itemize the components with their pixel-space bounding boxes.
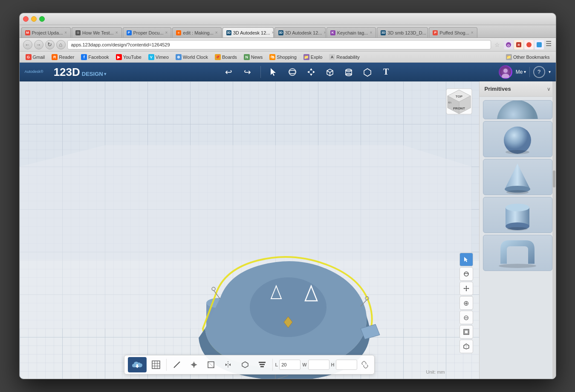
bookmark-readability[interactable]: A Readability: [327, 53, 362, 61]
tab-autodesk1-close[interactable]: ×: [272, 30, 274, 35]
view-cube[interactable]: TOP FRONT 4n: [444, 86, 474, 116]
redo-button[interactable]: ↪: [240, 64, 255, 80]
grid-toggle-button[interactable]: [148, 357, 163, 372]
tab-puffed[interactable]: P Puffed Shog... ×: [429, 27, 477, 37]
tab-puffed-close[interactable]: ×: [471, 30, 474, 35]
text-tool-button[interactable]: T: [379, 64, 394, 80]
user-menu[interactable]: Me ▾: [516, 69, 526, 75]
transform-button[interactable]: [186, 357, 201, 372]
logo-main: 123D: [54, 66, 80, 78]
tab-howwetest[interactable]: ① How We Test... ×: [72, 27, 121, 37]
snap-button[interactable]: [237, 357, 252, 372]
w-input[interactable]: [308, 360, 329, 370]
zoom-out-button[interactable]: ⊖: [459, 311, 473, 324]
h-input[interactable]: [336, 360, 357, 370]
bookmark-youtube-label: YouTube: [123, 55, 142, 60]
primitive-cone[interactable]: [483, 159, 552, 195]
extension-icon-3[interactable]: [524, 40, 534, 49]
scrollbar-thumb[interactable]: [553, 170, 555, 187]
align-button[interactable]: [254, 357, 269, 372]
polygon-primitive-button[interactable]: [360, 64, 375, 80]
undo-button[interactable]: ↩: [221, 64, 237, 80]
svg-marker-70: [225, 363, 227, 366]
maximize-button[interactable]: [39, 16, 45, 22]
primitive-sphere[interactable]: [483, 121, 552, 157]
bookmark-reader[interactable]: R Reader: [49, 53, 77, 61]
tab-autodesk2-close[interactable]: ×: [324, 30, 326, 35]
l-input[interactable]: [279, 360, 301, 370]
tab-properdoc-close[interactable]: ×: [165, 30, 168, 35]
svg-line-63: [173, 362, 179, 368]
link-dimensions-button[interactable]: [359, 359, 371, 371]
help-dropdown-arrow[interactable]: ▾: [549, 69, 551, 74]
forward-button[interactable]: →: [34, 40, 43, 49]
orbit-view-button[interactable]: [459, 267, 473, 281]
user-avatar[interactable]: [499, 65, 512, 79]
tab-howwetest-close[interactable]: ×: [116, 30, 118, 35]
tab-smb123d[interactable]: 3D 3D smb 123D_D... ×: [377, 27, 428, 37]
tab-editmaking-close[interactable]: ×: [215, 30, 218, 35]
mirror-button[interactable]: [220, 357, 235, 372]
bookmark-gmail[interactable]: G Gmail: [23, 53, 48, 61]
bookmark-shopping-label: Shopping: [277, 55, 297, 60]
back-button[interactable]: ←: [23, 40, 32, 49]
box-primitive-button[interactable]: [322, 64, 338, 80]
address-bar[interactable]: apps.123dapp.com/design/?contentid=12645…: [67, 40, 491, 49]
home-button[interactable]: ⌂: [56, 40, 66, 49]
tab-keychain-close[interactable]: ×: [370, 30, 372, 35]
tab-puffed-label: Puffed Shog...: [439, 30, 469, 35]
extension-icon-4[interactable]: [535, 40, 544, 49]
tab-gmail[interactable]: M Project Upda... ×: [21, 27, 71, 37]
canvas-area[interactable]: TOP FRONT 4n: [20, 81, 479, 379]
zoom-in-button[interactable]: ⊕: [459, 296, 473, 310]
tab-editmaking[interactable]: e edit : Making... ×: [172, 27, 221, 37]
bookmark-vimeo[interactable]: V Vimeo: [146, 53, 171, 61]
cylinder-primitive-button[interactable]: [341, 64, 356, 80]
tab-autodesk1[interactable]: 3D 3D Autodesk 12... ×: [222, 27, 274, 37]
browser-window: M Project Upda... × ① How We Test... × P…: [19, 13, 556, 379]
pan-view-button[interactable]: [459, 282, 473, 295]
select-view-button[interactable]: [459, 253, 473, 266]
primitive-partial[interactable]: [483, 100, 552, 119]
cloud-save-button[interactable]: [127, 357, 146, 372]
select-tool-button[interactable]: [266, 64, 281, 80]
bookmark-boards[interactable]: 📌 Boards: [212, 53, 240, 61]
panel-scrollbar[interactable]: [552, 81, 556, 379]
tab-howwetest-label: How We Test...: [82, 30, 114, 35]
tab-gmail-close[interactable]: ×: [64, 30, 67, 35]
bookmark-other[interactable]: 📁 Other Bookmarks: [503, 53, 552, 61]
bookmark-star[interactable]: ☆: [493, 40, 502, 49]
help-button[interactable]: ?: [533, 66, 545, 78]
measure-tool-button[interactable]: [169, 357, 184, 372]
bookmark-facebook[interactable]: f Facebook: [78, 53, 111, 61]
side-toolbar: ⊕ ⊖: [459, 253, 473, 353]
panel-title: Primitives: [485, 86, 511, 92]
bookmark-worldclock[interactable]: ⊕ World Clock: [173, 53, 211, 61]
extension-icon-2[interactable]: R: [514, 40, 523, 49]
tab-properdoc[interactable]: P Proper Docu... ×: [123, 27, 172, 37]
refresh-button[interactable]: ↻: [45, 40, 55, 49]
perspective-button[interactable]: [459, 340, 473, 353]
close-button[interactable]: [23, 16, 29, 22]
logo-dropdown-arrow[interactable]: ▾: [104, 72, 106, 76]
menu-button[interactable]: ☰: [545, 40, 552, 48]
tab-smb123d-close[interactable]: ×: [428, 30, 428, 35]
primitive-cylinder[interactable]: [483, 197, 552, 233]
orbit-button[interactable]: [285, 64, 300, 80]
panel-header[interactable]: Primitives ∨: [480, 81, 556, 97]
bookmark-youtube[interactable]: ▶ YouTube: [113, 53, 144, 61]
l-dimension-field: L: [275, 360, 301, 370]
bookmark-shopping[interactable]: 🛍 Shopping: [267, 53, 299, 61]
scale-button[interactable]: [203, 357, 218, 372]
svg-marker-71: [228, 363, 230, 366]
tab-keychain[interactable]: K Keychain tag... ×: [327, 27, 376, 37]
minimize-button[interactable]: [31, 16, 37, 22]
bookmark-explo[interactable]: 📁 Explo: [301, 53, 325, 61]
svg-marker-79: [505, 164, 530, 189]
move-object-button[interactable]: [303, 64, 319, 80]
extension-icon-1[interactable]: G: [504, 40, 513, 49]
primitive-bracket[interactable]: [483, 235, 552, 271]
bookmark-news[interactable]: N News: [241, 53, 266, 61]
fit-view-button[interactable]: [459, 325, 473, 339]
tab-autodesk2[interactable]: 3D 3D Autodesk 12... ×: [274, 27, 326, 37]
